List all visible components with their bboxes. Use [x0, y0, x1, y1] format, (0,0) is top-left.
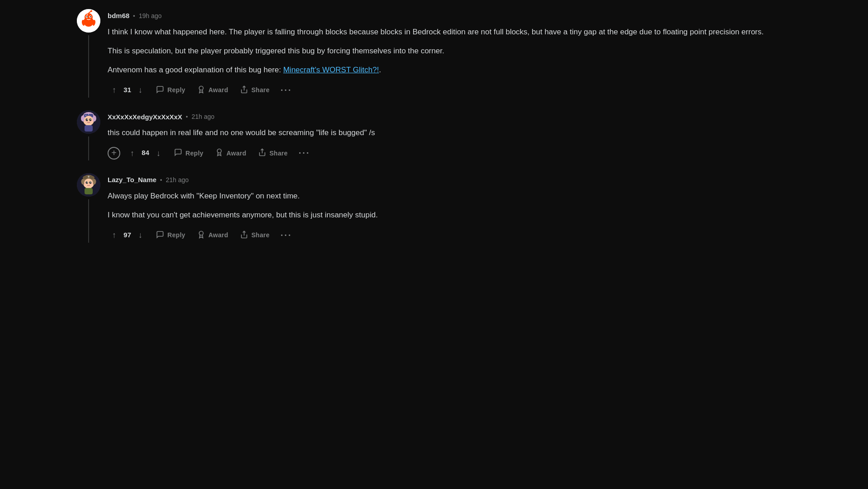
share-btn-lazy[interactable]: Share — [236, 228, 274, 243]
dot-sep-lazy: • — [160, 176, 162, 185]
reply-btn-xedgy[interactable]: Reply — [170, 146, 208, 160]
vote-area-bdm68: ↑ 31 ↓ — [108, 83, 147, 97]
comment-left-lazy — [77, 173, 100, 243]
svg-point-27 — [85, 120, 87, 122]
body-para-0-xedgy: this could happen in real life and no on… — [108, 127, 791, 139]
more-btn-lazy[interactable]: ··· — [277, 228, 296, 242]
timestamp-xedgy: 21h ago — [192, 112, 215, 122]
svg-rect-29 — [85, 125, 93, 132]
svg-point-14 — [199, 86, 203, 90]
username-bdm68[interactable]: bdm68 — [108, 11, 129, 21]
svg-point-32 — [217, 149, 221, 153]
comment-right-lazy: Lazy_To_Name • 21h ago Always play Bedro… — [108, 173, 791, 243]
dot-sep-bdm68: • — [133, 12, 135, 21]
comment-bdm68: bdm68 • 19h ago I think I know what happ… — [77, 9, 791, 98]
svg-point-5 — [86, 16, 87, 17]
vote-area-lazy: ↑ 97 ↓ — [108, 228, 147, 242]
comment-actions-xedgy: + ↑ 84 ↓ Reply — [108, 146, 791, 160]
svg-point-6 — [90, 16, 91, 17]
svg-point-8 — [90, 10, 92, 12]
svg-point-22 — [84, 116, 93, 125]
upvote-icon-bdm68: ↑ — [112, 86, 116, 94]
svg-point-45 — [90, 182, 91, 183]
vote-area-xedgy: ↑ 84 ↓ — [126, 146, 165, 160]
thread-line-xedgy — [88, 136, 89, 161]
share-icon-xedgy — [258, 148, 266, 158]
award-icon-xedgy — [215, 148, 223, 158]
downvote-btn-lazy[interactable]: ↓ — [134, 228, 147, 242]
award-btn-lazy[interactable]: Award — [193, 228, 233, 243]
comment-header-xedgy: XxXxXxXedgyXxXxXxX • 21h ago — [108, 112, 791, 122]
upvote-btn-xedgy[interactable]: ↑ — [126, 146, 139, 160]
award-icon-lazy — [197, 230, 205, 240]
vote-count-xedgy: 84 — [142, 148, 149, 158]
body-para-0-bdm68: I think I know what happened here. The p… — [108, 26, 791, 38]
share-icon-bdm68 — [240, 85, 248, 95]
comment-xedgy: XxXxXxXedgyXxXxXxX • 21h ago this could … — [77, 110, 791, 161]
svg-point-2 — [85, 13, 93, 21]
comment-right-xedgy: XxXxXxXedgyXxXxXxX • 21h ago this could … — [108, 110, 791, 161]
avatar-bdm68 — [77, 9, 100, 33]
avatar-xedgy — [77, 110, 100, 134]
share-btn-xedgy[interactable]: Share — [254, 146, 292, 160]
comments-container: bdm68 • 19h ago I think I know what happ… — [50, 9, 818, 243]
svg-point-31 — [88, 114, 89, 115]
vote-count-lazy: 97 — [123, 230, 131, 240]
username-xedgy[interactable]: XxXxXxXedgyXxXxXxX — [108, 112, 182, 122]
svg-point-25 — [87, 119, 88, 120]
upvote-btn-bdm68[interactable]: ↑ — [108, 83, 121, 97]
upvote-icon-xedgy: ↑ — [130, 149, 134, 157]
downvote-icon-bdm68: ↓ — [138, 86, 142, 94]
comment-actions-lazy: ↑ 97 ↓ Reply Award — [108, 228, 791, 243]
reply-icon-lazy — [156, 230, 164, 240]
vote-count-bdm68: 31 — [123, 85, 131, 95]
share-btn-bdm68[interactable]: Share — [236, 83, 274, 98]
more-btn-xedgy[interactable]: ··· — [295, 146, 314, 160]
svg-rect-48 — [85, 188, 93, 194]
award-icon-bdm68 — [197, 85, 205, 95]
downvote-icon-xedgy: ↓ — [156, 149, 160, 157]
body-para-2-bdm68: Antvenom has a good explanation of this … — [108, 64, 791, 76]
award-btn-bdm68[interactable]: Award — [193, 83, 233, 98]
comment-body-lazy: Always play Bedrock with "Keep Inventory… — [108, 190, 791, 221]
comment-body-xedgy: this could happen in real life and no on… — [108, 127, 791, 139]
downvote-btn-bdm68[interactable]: ↓ — [134, 83, 147, 97]
add-comment-btn-xedgy[interactable]: + — [108, 147, 120, 160]
svg-point-50 — [199, 231, 203, 235]
reply-icon-bdm68 — [156, 85, 164, 95]
comment-left-bdm68 — [77, 9, 100, 98]
svg-point-47 — [91, 183, 93, 185]
reply-btn-lazy[interactable]: Reply — [151, 228, 190, 243]
body-para-1-bdm68: This is speculation, but the player prob… — [108, 45, 791, 57]
upvote-btn-lazy[interactable]: ↑ — [108, 228, 121, 242]
body-para-1-lazy: I know that you can't get achievements a… — [108, 209, 791, 221]
svg-point-49 — [88, 176, 90, 178]
downvote-btn-xedgy[interactable]: ↓ — [152, 146, 165, 160]
svg-point-26 — [90, 119, 91, 120]
svg-point-46 — [85, 183, 87, 185]
dot-sep-xedgy: • — [186, 113, 188, 122]
avatar-lazy — [77, 173, 100, 197]
svg-point-41 — [84, 179, 93, 188]
comment-left-xedgy — [77, 110, 100, 161]
svg-point-28 — [91, 120, 93, 122]
award-btn-xedgy[interactable]: Award — [211, 146, 251, 160]
comment-header-bdm68: bdm68 • 19h ago — [108, 11, 791, 21]
downvote-icon-lazy: ↓ — [138, 231, 142, 239]
share-icon-lazy — [240, 230, 248, 240]
thread-line-lazy — [88, 199, 89, 243]
body-para-0-lazy: Always play Bedrock with "Keep Inventory… — [108, 190, 791, 202]
comment-actions-bdm68: ↑ 31 ↓ Reply Award — [108, 83, 791, 98]
reply-btn-bdm68[interactable]: Reply — [151, 83, 190, 98]
reply-icon-xedgy — [174, 148, 182, 158]
timestamp-bdm68: 19h ago — [139, 11, 162, 21]
timestamp-lazy: 21h ago — [166, 175, 189, 185]
thread-line-bdm68 — [88, 35, 89, 98]
comment-body-bdm68: I think I know what happened here. The p… — [108, 26, 791, 76]
link-bdm68[interactable]: Minecraft's WORST Glitch?! — [283, 66, 379, 74]
username-lazy[interactable]: Lazy_To_Name — [108, 175, 156, 185]
svg-point-30 — [85, 115, 86, 116]
more-btn-bdm68[interactable]: ··· — [277, 83, 296, 97]
comment-right-bdm68: bdm68 • 19h ago I think I know what happ… — [108, 9, 791, 98]
comment-lazy: Lazy_To_Name • 21h ago Always play Bedro… — [77, 173, 791, 243]
